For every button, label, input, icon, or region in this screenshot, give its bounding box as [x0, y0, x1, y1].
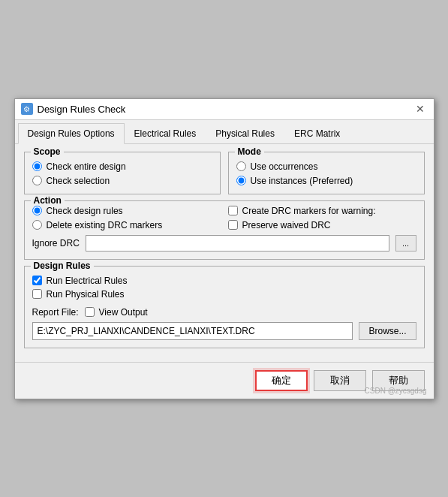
confirm-button[interactable]: 确定	[255, 370, 308, 391]
report-path-input[interactable]	[32, 322, 353, 340]
browse-button[interactable]: Browse...	[359, 322, 416, 340]
scope-selection-label: Check selection	[47, 176, 110, 186]
action-check-rules-option[interactable]: Check design rules	[32, 206, 221, 216]
action-legend: Action	[31, 195, 65, 206]
tab-bar: Design Rules Options Electrical Rules Ph…	[15, 120, 434, 144]
mode-instances-label: Use instances (Preferred)	[251, 176, 353, 186]
run-electrical-option[interactable]: Run Electrical Rules	[32, 276, 416, 286]
scope-legend: Scope	[31, 146, 64, 157]
design-rules-legend: Design Rules	[31, 261, 94, 271]
action-fieldset: Action Check design rules Delete existin…	[24, 200, 425, 260]
action-check-rules-radio[interactable]	[32, 206, 42, 215]
scope-options: Check entire design Check selection	[32, 161, 212, 186]
scope-selection-radio[interactable]	[32, 176, 42, 185]
mode-options: Use occurrences Use instances (Preferred…	[236, 161, 416, 186]
watermark: CSDN @zycsgdsg	[365, 387, 427, 395]
scope-entire-label: Check entire design	[47, 161, 126, 172]
ignore-drc-browse-button[interactable]: ...	[395, 235, 416, 252]
design-rules-content: Run Electrical Rules Run Physical Rules …	[32, 276, 416, 340]
view-output-label: View Output	[99, 307, 148, 318]
tab-physical-rules[interactable]: Physical Rules	[206, 123, 284, 143]
design-rules-fieldset: Design Rules Run Electrical Rules Run Ph…	[24, 266, 425, 348]
report-path-row: Browse...	[32, 322, 416, 340]
mode-occurrences-option[interactable]: Use occurrences	[236, 161, 416, 172]
run-physical-option[interactable]: Run Physical Rules	[32, 289, 416, 300]
tab-content: Scope Check entire design Check selectio…	[15, 144, 434, 362]
action-delete-markers-label: Delete existing DRC markers	[47, 220, 163, 230]
action-create-markers-option[interactable]: Create DRC markers for warning:	[228, 206, 416, 216]
view-output-option[interactable]: View Output	[85, 307, 148, 318]
view-output-check[interactable]	[85, 307, 95, 317]
report-file-label: Report File:	[32, 307, 79, 318]
action-right: Create DRC markers for warning: Preserve…	[228, 206, 416, 230]
report-row: Report File: View Output	[32, 307, 416, 318]
action-preserve-waived-label: Preserve waived DRC	[242, 220, 331, 230]
scope-mode-row: Scope Check entire design Check selectio…	[24, 152, 425, 200]
action-create-markers-label: Create DRC markers for warning:	[242, 206, 376, 216]
window-title: Design Rules Check	[38, 104, 126, 115]
run-physical-check[interactable]	[32, 289, 42, 299]
action-preserve-waived-option[interactable]: Preserve waived DRC	[228, 220, 416, 230]
tab-design-rules-options[interactable]: Design Rules Options	[18, 123, 125, 144]
mode-instances-option[interactable]: Use instances (Preferred)	[236, 176, 416, 186]
window-icon: ⚙	[21, 103, 33, 115]
tab-electrical-rules[interactable]: Electrical Rules	[125, 123, 206, 143]
design-rules-check-dialog: ⚙ Design Rules Check ✕ Design Rules Opti…	[14, 98, 434, 399]
mode-occurrences-label: Use occurrences	[251, 161, 318, 172]
action-delete-markers-radio[interactable]	[32, 220, 42, 230]
scope-entire-radio[interactable]	[32, 161, 42, 171]
action-check-rules-label: Check design rules	[47, 206, 123, 216]
action-row: Check design rules Delete existing DRC m…	[32, 206, 416, 230]
ignore-drc-input[interactable]	[86, 235, 389, 252]
action-delete-markers-option[interactable]: Delete existing DRC markers	[32, 220, 221, 230]
scope-selection-option[interactable]: Check selection	[32, 176, 212, 186]
action-left: Check design rules Delete existing DRC m…	[32, 206, 221, 230]
mode-legend: Mode	[235, 146, 264, 157]
close-button[interactable]: ✕	[413, 101, 428, 116]
mode-fieldset: Mode Use occurrences Use instances (Pref…	[228, 152, 425, 194]
action-preserve-waived-check[interactable]	[228, 220, 238, 230]
run-physical-label: Run Physical Rules	[47, 289, 125, 300]
tab-erc-matrix[interactable]: ERC Matrix	[284, 123, 350, 143]
scope-fieldset: Scope Check entire design Check selectio…	[24, 152, 221, 194]
cancel-button[interactable]: 取消	[314, 370, 366, 391]
action-create-markers-check[interactable]	[228, 206, 238, 215]
mode-instances-radio[interactable]	[236, 176, 246, 185]
run-electrical-label: Run Electrical Rules	[47, 276, 128, 286]
ignore-drc-label: Ignore DRC	[32, 238, 80, 248]
scope-entire-option[interactable]: Check entire design	[32, 161, 212, 172]
titlebar: ⚙ Design Rules Check ✕	[15, 99, 434, 120]
ignore-row: Ignore DRC ...	[32, 235, 416, 252]
mode-occurrences-radio[interactable]	[236, 161, 246, 171]
run-electrical-check[interactable]	[32, 276, 42, 285]
